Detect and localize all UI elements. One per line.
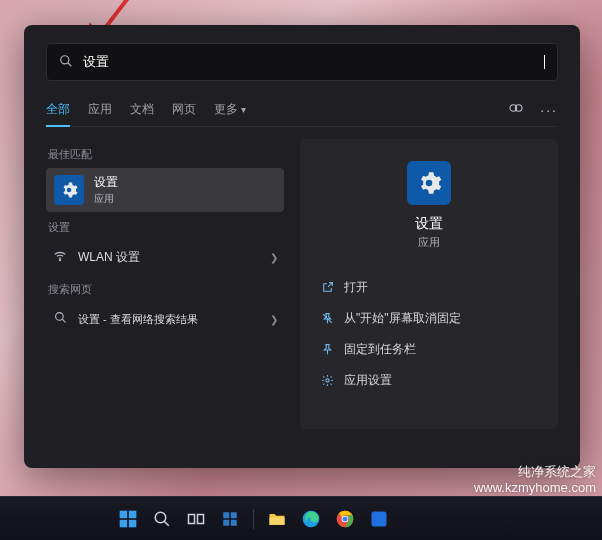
svg-point-31: [343, 516, 348, 521]
svg-rect-32: [372, 511, 387, 526]
action-open[interactable]: 打开: [316, 274, 542, 301]
best-match-title: 设置: [94, 174, 118, 191]
edge-icon[interactable]: [298, 506, 324, 532]
tab-web[interactable]: 网页: [172, 93, 196, 126]
svg-rect-26: [231, 519, 237, 525]
best-match-header: 最佳匹配: [48, 147, 284, 162]
tab-documents[interactable]: 文档: [130, 93, 154, 126]
search-icon: [59, 54, 73, 71]
svg-line-9: [62, 319, 65, 322]
svg-rect-22: [198, 514, 204, 523]
svg-line-20: [164, 521, 169, 526]
best-match-item[interactable]: 设置 应用: [46, 168, 284, 212]
search-value: 设置: [83, 53, 543, 71]
app-icon-blue[interactable]: [366, 506, 392, 532]
svg-rect-16: [129, 510, 137, 518]
file-explorer-icon[interactable]: [264, 506, 290, 532]
taskbar: [0, 496, 602, 540]
open-icon: [320, 281, 334, 295]
svg-rect-17: [120, 519, 128, 527]
task-view-icon[interactable]: [183, 506, 209, 532]
web-result-label: 设置 - 查看网络搜索结果: [78, 312, 198, 327]
widgets-icon[interactable]: [217, 506, 243, 532]
svg-point-10: [426, 180, 433, 187]
gear-icon: [320, 374, 334, 388]
search-box[interactable]: 设置: [46, 43, 558, 81]
svg-line-3: [68, 62, 72, 66]
svg-rect-21: [189, 514, 195, 523]
more-icon[interactable]: ···: [540, 102, 558, 118]
settings-icon-large: [407, 161, 451, 205]
svg-rect-27: [270, 517, 285, 525]
tab-all[interactable]: 全部: [46, 93, 70, 126]
preview-title: 设置: [415, 215, 443, 233]
svg-point-14: [325, 379, 328, 382]
chevron-down-icon: ▾: [241, 104, 246, 115]
svg-rect-18: [129, 519, 137, 527]
chevron-right-icon: ❯: [270, 252, 278, 263]
search-icon: [52, 311, 68, 327]
svg-rect-15: [120, 510, 128, 518]
wifi-icon: [52, 249, 68, 266]
svg-rect-25: [223, 519, 229, 525]
svg-point-8: [55, 313, 63, 321]
action-unpin-start[interactable]: 从"开始"屏幕取消固定: [316, 305, 542, 332]
tabs-row: 全部 应用 文档 网页 更多▾ ···: [46, 93, 558, 127]
start-button[interactable]: [115, 506, 141, 532]
svg-point-2: [61, 55, 69, 63]
best-match-subtitle: 应用: [94, 192, 118, 206]
watermark: 纯净系统之家 www.kzmyhome.com: [474, 464, 596, 497]
search-panel: 设置 全部 应用 文档 网页 更多▾ ··· 最佳匹配 设置 应用: [24, 25, 580, 468]
account-icon[interactable]: [508, 100, 524, 119]
svg-point-7: [59, 260, 60, 261]
tab-more[interactable]: 更多▾: [214, 93, 246, 126]
action-app-settings[interactable]: 应用设置: [316, 367, 542, 394]
chrome-icon[interactable]: [332, 506, 358, 532]
preview-subtitle: 应用: [418, 235, 440, 250]
web-header: 搜索网页: [48, 282, 284, 297]
tab-apps[interactable]: 应用: [88, 93, 112, 126]
wlan-label: WLAN 设置: [78, 249, 140, 266]
action-pin-taskbar[interactable]: 固定到任务栏: [316, 336, 542, 363]
preview-pane: 设置 应用 打开 从"开始"屏幕取消固定 固定到任务栏 应用设置: [300, 139, 558, 429]
device-header: 设置: [48, 220, 284, 235]
taskbar-search-icon[interactable]: [149, 506, 175, 532]
search-tabs: 全部 应用 文档 网页 更多▾: [46, 93, 246, 126]
pin-icon: [320, 343, 334, 357]
settings-icon: [54, 175, 84, 205]
web-result-item[interactable]: 设置 - 查看网络搜索结果 ❯: [46, 303, 284, 335]
wlan-settings-item[interactable]: WLAN 设置 ❯: [46, 241, 284, 274]
svg-rect-23: [223, 512, 229, 518]
unpin-icon: [320, 312, 334, 326]
svg-rect-24: [231, 512, 237, 518]
svg-point-6: [67, 188, 72, 193]
results-left: 最佳匹配 设置 应用 设置 WLAN 设置 ❯ 搜索网页 设置 - 查看网络搜索…: [46, 139, 284, 429]
svg-point-19: [155, 512, 166, 523]
chevron-right-icon: ❯: [270, 314, 278, 325]
